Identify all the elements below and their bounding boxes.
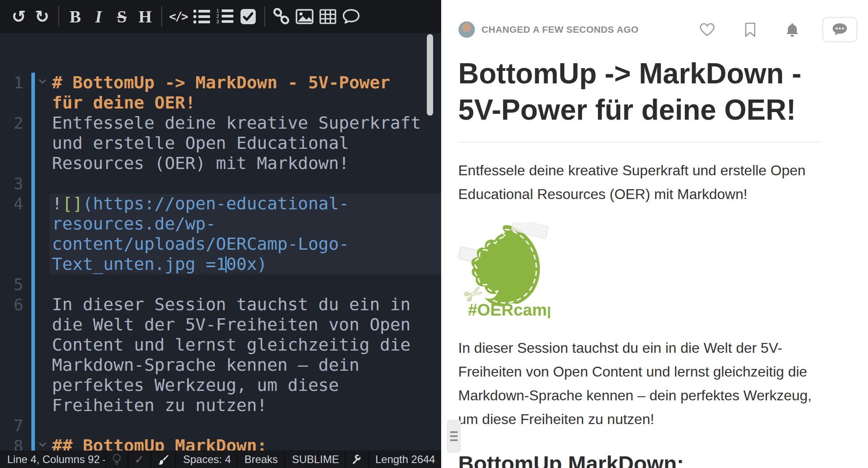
bold-button[interactable]: B [64, 4, 87, 29]
toolbar-separator [58, 6, 59, 27]
document-length: Length 2644 [369, 451, 441, 468]
line-number [0, 375, 23, 395]
gutter-spacer [23, 194, 49, 214]
editor-row[interactable]: 1# BottomUp -> MarkDown - 5V-Power [0, 73, 441, 93]
italic-button[interactable]: I [87, 4, 110, 29]
gutter-spacer [23, 395, 49, 416]
editor-row[interactable]: und erstelle Open Educational [0, 133, 441, 153]
editor-row[interactable]: 4![](https://open-educational- [0, 194, 441, 214]
code-button[interactable]: </> [167, 4, 190, 29]
comment-button[interactable] [339, 4, 363, 29]
editor-row[interactable]: Text_unten.jpg =100x) [0, 254, 441, 274]
code-token: ## BottomUp MarkDown: [52, 436, 267, 451]
last-changed-label: CHANGED A FEW SECONDS AGO [481, 24, 639, 35]
line-number: 4 [0, 194, 23, 214]
editor-row[interactable]: Markdown-Sprache kennen – dein [0, 355, 441, 375]
avatar[interactable] [458, 21, 475, 38]
editor-row[interactable]: Freiheiten zu nutzen! [0, 395, 441, 416]
link-button[interactable] [270, 4, 293, 29]
gutter-spacer [23, 335, 49, 355]
paintbrush-icon [158, 454, 169, 465]
hint-toggle[interactable] [106, 451, 128, 468]
strikethrough-button[interactable]: S [110, 4, 133, 29]
oercamp-wordmark: #OERcamp [468, 300, 550, 318]
editor-line-text[interactable]: Text_unten.jpg =100x) [49, 254, 441, 274]
spellcheck-toggle[interactable]: ✓ [129, 451, 151, 468]
editor-line-text[interactable]: # BottomUp -> MarkDown - 5V-Power [49, 73, 441, 93]
like-button[interactable] [700, 23, 715, 37]
subscribe-button[interactable] [786, 22, 799, 37]
editor-row[interactable]: 6In dieser Session tauchst du ein in [0, 295, 441, 315]
editor-line-text[interactable]: Resources (OER) mit Markdown! [49, 153, 441, 173]
bullet-list-button[interactable] [190, 4, 213, 29]
preferences-button[interactable] [345, 451, 369, 468]
editor-line-text[interactable]: Entfessele deine kreative Superkraft [49, 113, 441, 133]
gutter-spacer [23, 436, 49, 451]
image-button[interactable] [293, 4, 316, 29]
line-number: 2 [0, 113, 23, 133]
line-number [0, 315, 23, 335]
editor-row[interactable]: perfektes Werkzeug, um diese [0, 375, 441, 395]
code-token: Text_unten.jpg =1 [52, 254, 226, 274]
editor-row[interactable]: 5 [0, 274, 441, 295]
code-token: Entfessele deine kreative Superkraft [52, 113, 421, 133]
checklist-button[interactable] [236, 4, 260, 29]
code-token: (https://open-educational- [83, 194, 349, 213]
editor-line-text[interactable] [49, 416, 441, 436]
bookmark-button[interactable] [744, 22, 756, 37]
code-editor[interactable]: 1# BottomUp -> MarkDown - 5V-Powerfür de… [0, 33, 441, 451]
editor-row[interactable]: für deine OER! [0, 93, 441, 113]
gutter-spacer [23, 295, 49, 315]
ordered-list-button[interactable]: 1 2 3 [213, 4, 236, 29]
italic-icon: I [95, 8, 102, 25]
editor-line-text[interactable]: für deine OER! [49, 93, 441, 113]
fold-chevron-icon[interactable] [39, 79, 47, 84]
linebreak-setting[interactable]: Breaks [237, 451, 285, 468]
line-number [0, 234, 23, 254]
editor-line-text[interactable]: ## BottomUp MarkDown: [49, 436, 441, 451]
editor-scrollbar[interactable] [427, 34, 433, 116]
table-button[interactable] [316, 4, 339, 29]
editor-row[interactable]: Content und lernst gleichzeitig die [0, 335, 441, 355]
editor-line-text[interactable] [49, 274, 441, 295]
fold-chevron-icon[interactable] [39, 442, 47, 447]
editor-line-text[interactable]: ![](https://open-educational- [49, 194, 441, 214]
doc-paragraph-1: Entfessele deine kreative Superkraft und… [458, 159, 821, 206]
editor-row[interactable]: Resources (OER) mit Markdown! [0, 153, 441, 173]
editor-row[interactable]: 2Entfessele deine kreative Superkraft [0, 113, 441, 133]
editor-line-text[interactable]: Freiheiten zu nutzen! [49, 395, 441, 416]
editor-row[interactable]: die Welt der 5V-Freiheiten von Open [0, 315, 441, 335]
code-token: die Welt der 5V-Freiheiten von Open [52, 315, 411, 334]
editor-line-text[interactable] [49, 173, 441, 194]
keymap-setting[interactable]: SUBLIME [285, 451, 346, 468]
editor-line-text[interactable]: die Welt der 5V-Freiheiten von Open [49, 315, 441, 335]
heading-button[interactable]: H [133, 4, 157, 29]
table-icon [319, 9, 336, 24]
comments-panel-button[interactable] [822, 17, 857, 42]
preview-pane: CHANGED A FEW SECONDS AGO [447, 0, 868, 468]
editor-toolbar: ↺ ↻ B I S H </> 1 2 3 [0, 0, 441, 33]
theme-toggle[interactable] [151, 451, 176, 468]
editor-line-text[interactable]: In dieser Session tauchst du ein in [49, 295, 441, 315]
editor-line-text[interactable]: perfektes Werkzeug, um diese [49, 375, 441, 395]
editor-row[interactable]: resources.de/wp- [0, 214, 441, 234]
code-token: In dieser Session tauchst du ein in [52, 295, 411, 314]
editor-line-text[interactable]: und erstelle Open Educational [49, 133, 441, 153]
editor-row[interactable]: 7 [0, 416, 441, 436]
editor-row[interactable]: 8## BottomUp MarkDown: [0, 436, 441, 451]
editor-line-text[interactable]: Markdown-Sprache kennen – dein [49, 355, 441, 375]
editor-line-text[interactable]: content/uploads/OERCamp-Logo- [49, 234, 441, 254]
undo-button[interactable]: ↺ [7, 4, 30, 29]
line-number: 3 [0, 173, 23, 194]
editor-row[interactable]: content/uploads/OERCamp-Logo- [0, 234, 441, 254]
editor-row[interactable]: 3 [0, 173, 441, 194]
editor-line-text[interactable]: Content und lernst gleichzeitig die [49, 335, 441, 355]
redo-button[interactable]: ↻ [30, 4, 54, 29]
hamburger-icon [450, 431, 458, 433]
pane-resize-handle[interactable] [447, 420, 461, 453]
code-token: und erstelle Open Educational [52, 133, 349, 153]
editor-line-text[interactable]: resources.de/wp- [49, 214, 441, 234]
indent-setting[interactable]: Spaces: 4 [176, 451, 237, 468]
code-token: resources.de/wp- [52, 214, 216, 234]
code-token: ! [52, 194, 62, 213]
